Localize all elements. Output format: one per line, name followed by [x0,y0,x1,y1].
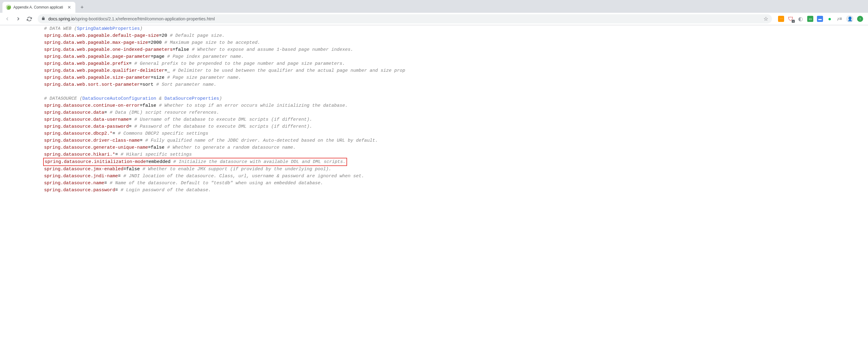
property-comment: # Fully qualified name of the JDBC drive… [145,138,378,143]
tab-title: Appendix A. Common applicati [13,5,64,9]
property-comment: # Whether to expose and assume 1-based p… [192,47,353,52]
property-key: spring.datasource.data-username [44,117,129,122]
property-value: false [126,167,140,172]
property-key: spring.datasource.hikari.* [44,152,115,157]
property-comment: # Username of the database to execute DM… [134,117,312,122]
forward-button[interactable] [13,14,23,24]
property-key: spring.data.web.pageable.size-parameter [44,75,151,80]
property-comment: # Sort parameter name. [156,82,216,87]
property-comment: # Initialize the datasource with availab… [173,159,346,165]
property-value: 20 [162,33,167,38]
property-value: embedded [149,159,170,165]
property-comment: # Whether to generate a random datasourc… [167,145,296,150]
property-comment: # JNDI location of the datasource. Class… [123,174,364,179]
media-control-icon[interactable]: ♪≡ [836,16,842,22]
property-comment: # Whether to stop if an error occurs whi… [159,103,348,108]
property-comment: # Data (DML) script resource references. [110,110,219,115]
doc-link[interactable]: DataSourceProperties [164,96,219,101]
property-key: spring.datasource.jndi-name [44,174,118,179]
extension-icon[interactable]: ◐ [798,16,804,22]
ublock-icon[interactable]: 🛡 [788,16,794,22]
close-tab-icon[interactable]: ✕ [67,5,72,10]
browser-chrome: Appendix A. Common applicati ✕ + docs.sp… [0,0,868,25]
property-value: false [175,47,189,52]
grammarly-icon[interactable]: ● [827,16,833,22]
property-key: spring.datasource.password [44,187,115,193]
new-tab-button[interactable]: + [78,3,86,11]
property-key: spring.datasource.generate-unique-name [44,145,148,150]
property-comment: # Maximum page size to be accepted. [164,40,260,45]
property-comment: # Page size parameter name. [167,75,241,80]
property-comment: # Commons DBCP2 specific settings [118,131,208,136]
extension-icons: ⋯ 🛡 ◐ ▭ ▬ ● ♪≡ 👤 ↑ [776,15,866,23]
doc-link[interactable]: SpringDataWebProperties [77,26,140,31]
property-value: page [153,54,164,59]
spring-favicon [6,5,11,10]
extension-icon[interactable]: ▭ [807,16,813,22]
property-key: spring.data.web.pageable.qualifier-delim… [44,68,164,73]
property-comment: # Page index parameter name. [167,54,244,59]
property-comment: # Name of the datasource. Default to "te… [110,181,323,186]
property-value: _ [167,68,170,73]
doc-link[interactable]: DataSourceAutoConfiguration [82,96,156,101]
property-comment: # Hikari specific settings [121,152,192,157]
url-text: docs.spring.io/spring-boot/docs/2.1.x/re… [48,17,215,21]
extension-icon[interactable]: ⋯ [778,16,784,22]
property-value: size [153,75,164,80]
property-key: spring.datasource.driver-class-name [44,138,140,143]
update-icon[interactable]: ↑ [857,16,863,22]
highlighted-property-line: spring.datasource.initialization-mode=em… [43,158,347,166]
property-comment: # General prefix to be prepended to the … [134,61,345,66]
property-comment: # Whether to enable JMX support (if prov… [143,167,331,172]
property-key: spring.datasource.initialization-mode [45,159,146,165]
property-value: sort [143,82,153,87]
property-key: spring.data.web.sort.sort-parameter [44,82,140,87]
properties-document: # DATA WEB (SpringDataWebProperties) spr… [0,25,868,200]
browser-toolbar: docs.spring.io/spring-boot/docs/2.1.x/re… [0,13,868,25]
property-key: spring.datasource.name [44,181,104,186]
property-key: spring.datasource.jmx-enabled [44,167,123,172]
property-value: false [143,103,156,108]
property-key: spring.datasource.dbcp2.* [44,131,113,136]
back-button[interactable] [2,14,12,24]
bookmark-star-icon[interactable]: ☆ [764,16,768,22]
property-key: spring.datasource.continue-on-error [44,103,140,108]
property-key: spring.datasource.data [44,110,104,115]
property-key: spring.data.web.pageable.page-parameter [44,54,151,59]
extension-icon[interactable]: ▬ [817,16,823,22]
reload-button[interactable] [24,14,34,24]
property-comment: # Delimiter to be used between the quali… [173,68,405,73]
address-bar[interactable]: docs.spring.io/spring-boot/docs/2.1.x/re… [38,14,772,23]
browser-tab[interactable]: Appendix A. Common applicati ✕ [2,2,75,13]
property-value: false [151,145,164,150]
property-comment: # Default page size. [170,33,225,38]
profile-avatar[interactable]: 👤 [846,15,854,23]
property-comment: # Login password of the database. [121,187,211,193]
tab-strip: Appendix A. Common applicati ✕ + [0,0,868,13]
property-key: spring.datasource.data-password [44,124,129,129]
property-key: spring.data.web.pageable.default-page-si… [44,33,159,38]
property-key: spring.data.web.pageable.prefix [44,61,129,66]
property-comment: # Password of the database to execute DM… [134,124,312,129]
lock-icon [41,17,45,21]
property-key: spring.data.web.pageable.one-indexed-par… [44,47,173,52]
property-key: spring.data.web.pageable.max-page-size [44,40,148,45]
property-value: 2000 [151,40,162,45]
page-content: # DATA WEB (SpringDataWebProperties) spr… [0,25,868,349]
